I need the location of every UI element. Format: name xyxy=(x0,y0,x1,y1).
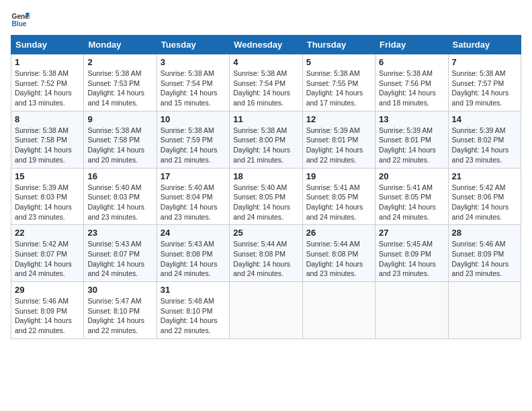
logo: General Blue xyxy=(11,11,30,30)
day-number: 26 xyxy=(306,228,371,238)
calendar-cell: 14Sunrise: 5:39 AMSunset: 8:02 PMDayligh… xyxy=(448,111,521,168)
day-number: 9 xyxy=(87,114,152,124)
day-info: Sunrise: 5:38 AMSunset: 8:00 PMDaylight:… xyxy=(233,126,298,165)
calendar-cell: 12Sunrise: 5:39 AMSunset: 8:01 PMDayligh… xyxy=(302,111,375,168)
day-number: 19 xyxy=(306,171,371,181)
svg-text:Blue: Blue xyxy=(12,20,27,28)
calendar-cell: 31Sunrise: 5:48 AMSunset: 8:10 PMDayligh… xyxy=(157,282,229,339)
day-number: 21 xyxy=(452,171,517,181)
day-number: 29 xyxy=(15,285,80,295)
day-info: Sunrise: 5:41 AMSunset: 8:05 PMDaylight:… xyxy=(379,183,444,222)
day-info: Sunrise: 5:40 AMSunset: 8:05 PMDaylight:… xyxy=(233,183,298,222)
day-number: 31 xyxy=(161,285,226,295)
weekday-header-sunday: Sunday xyxy=(11,36,84,54)
calendar-cell: 29Sunrise: 5:46 AMSunset: 8:09 PMDayligh… xyxy=(11,282,84,339)
day-info: Sunrise: 5:44 AMSunset: 8:08 PMDaylight:… xyxy=(233,239,298,279)
day-info: Sunrise: 5:39 AMSunset: 8:01 PMDaylight:… xyxy=(306,126,371,165)
day-info: Sunrise: 5:39 AMSunset: 8:01 PMDaylight:… xyxy=(379,126,444,165)
day-number: 24 xyxy=(161,228,226,238)
day-number: 10 xyxy=(161,114,226,124)
day-number: 11 xyxy=(233,114,298,124)
calendar-cell: 28Sunrise: 5:46 AMSunset: 8:09 PMDayligh… xyxy=(448,225,521,282)
calendar-cell: 27Sunrise: 5:45 AMSunset: 8:09 PMDayligh… xyxy=(375,225,448,282)
calendar-cell: 25Sunrise: 5:44 AMSunset: 8:08 PMDayligh… xyxy=(230,225,302,282)
day-info: Sunrise: 5:42 AMSunset: 8:07 PMDaylight:… xyxy=(15,239,80,279)
day-info: Sunrise: 5:43 AMSunset: 8:08 PMDaylight:… xyxy=(161,239,226,279)
calendar-cell: 8Sunrise: 5:38 AMSunset: 7:58 PMDaylight… xyxy=(11,111,84,168)
day-number: 7 xyxy=(452,57,517,67)
day-number: 25 xyxy=(233,228,298,238)
calendar-week-row: 1Sunrise: 5:38 AMSunset: 7:52 PMDaylight… xyxy=(11,54,521,111)
day-info: Sunrise: 5:38 AMSunset: 7:52 PMDaylight:… xyxy=(15,68,80,108)
day-number: 28 xyxy=(452,228,517,238)
day-info: Sunrise: 5:38 AMSunset: 7:57 PMDaylight:… xyxy=(452,68,517,108)
day-number: 1 xyxy=(15,57,80,67)
calendar-cell xyxy=(302,282,375,339)
day-number: 3 xyxy=(161,57,226,67)
calendar-header-row: SundayMondayTuesdayWednesdayThursdayFrid… xyxy=(11,36,521,54)
calendar-cell: 24Sunrise: 5:43 AMSunset: 8:08 PMDayligh… xyxy=(157,225,229,282)
calendar-cell: 21Sunrise: 5:42 AMSunset: 8:06 PMDayligh… xyxy=(448,168,521,225)
day-number: 23 xyxy=(87,228,152,238)
day-info: Sunrise: 5:38 AMSunset: 7:54 PMDaylight:… xyxy=(233,68,298,108)
weekday-header-wednesday: Wednesday xyxy=(230,36,302,54)
header: General Blue xyxy=(11,11,521,30)
day-number: 15 xyxy=(15,171,80,181)
day-number: 20 xyxy=(379,171,444,181)
calendar-cell: 13Sunrise: 5:39 AMSunset: 8:01 PMDayligh… xyxy=(375,111,448,168)
day-number: 17 xyxy=(161,171,226,181)
day-info: Sunrise: 5:38 AMSunset: 7:55 PMDaylight:… xyxy=(306,68,371,108)
weekday-header-thursday: Thursday xyxy=(302,36,375,54)
day-number: 12 xyxy=(306,114,371,124)
day-info: Sunrise: 5:43 AMSunset: 8:07 PMDaylight:… xyxy=(87,239,152,279)
calendar-cell: 30Sunrise: 5:47 AMSunset: 8:10 PMDayligh… xyxy=(84,282,157,339)
day-info: Sunrise: 5:48 AMSunset: 8:10 PMDaylight:… xyxy=(161,296,226,336)
calendar-week-row: 8Sunrise: 5:38 AMSunset: 7:58 PMDaylight… xyxy=(11,111,521,168)
day-number: 27 xyxy=(379,228,444,238)
day-info: Sunrise: 5:46 AMSunset: 8:09 PMDaylight:… xyxy=(15,296,80,336)
calendar-cell: 15Sunrise: 5:39 AMSunset: 8:03 PMDayligh… xyxy=(11,168,84,225)
day-number: 2 xyxy=(87,57,152,67)
calendar-week-row: 15Sunrise: 5:39 AMSunset: 8:03 PMDayligh… xyxy=(11,168,521,225)
day-info: Sunrise: 5:44 AMSunset: 8:08 PMDaylight:… xyxy=(306,239,371,279)
calendar-cell: 4Sunrise: 5:38 AMSunset: 7:54 PMDaylight… xyxy=(230,54,302,111)
logo-icon: General Blue xyxy=(11,11,30,30)
calendar-cell: 9Sunrise: 5:38 AMSunset: 7:58 PMDaylight… xyxy=(84,111,157,168)
day-info: Sunrise: 5:38 AMSunset: 7:58 PMDaylight:… xyxy=(87,126,152,165)
day-number: 13 xyxy=(379,114,444,124)
calendar-week-row: 22Sunrise: 5:42 AMSunset: 8:07 PMDayligh… xyxy=(11,225,521,282)
calendar-cell: 16Sunrise: 5:40 AMSunset: 8:03 PMDayligh… xyxy=(84,168,157,225)
calendar-cell xyxy=(448,282,521,339)
calendar-cell: 17Sunrise: 5:40 AMSunset: 8:04 PMDayligh… xyxy=(157,168,229,225)
calendar-cell: 6Sunrise: 5:38 AMSunset: 7:56 PMDaylight… xyxy=(375,54,448,111)
calendar-cell: 3Sunrise: 5:38 AMSunset: 7:54 PMDaylight… xyxy=(157,54,229,111)
day-number: 5 xyxy=(306,57,371,67)
calendar-cell: 7Sunrise: 5:38 AMSunset: 7:57 PMDaylight… xyxy=(448,54,521,111)
calendar-cell xyxy=(230,282,302,339)
day-info: Sunrise: 5:40 AMSunset: 8:03 PMDaylight:… xyxy=(87,183,152,222)
weekday-header-saturday: Saturday xyxy=(448,36,521,54)
day-number: 22 xyxy=(15,228,80,238)
weekday-header-friday: Friday xyxy=(375,36,448,54)
weekday-header-monday: Monday xyxy=(84,36,157,54)
day-info: Sunrise: 5:38 AMSunset: 7:58 PMDaylight:… xyxy=(15,126,80,165)
day-info: Sunrise: 5:38 AMSunset: 7:59 PMDaylight:… xyxy=(161,126,226,165)
day-info: Sunrise: 5:40 AMSunset: 8:04 PMDaylight:… xyxy=(161,183,226,222)
day-info: Sunrise: 5:46 AMSunset: 8:09 PMDaylight:… xyxy=(452,239,517,279)
day-number: 4 xyxy=(233,57,298,67)
day-info: Sunrise: 5:39 AMSunset: 8:02 PMDaylight:… xyxy=(452,126,517,165)
day-number: 16 xyxy=(87,171,152,181)
weekday-header-tuesday: Tuesday xyxy=(157,36,229,54)
day-number: 30 xyxy=(87,285,152,295)
calendar-table: SundayMondayTuesdayWednesdayThursdayFrid… xyxy=(11,35,521,339)
calendar-cell: 5Sunrise: 5:38 AMSunset: 7:55 PMDaylight… xyxy=(302,54,375,111)
calendar-cell: 23Sunrise: 5:43 AMSunset: 8:07 PMDayligh… xyxy=(84,225,157,282)
day-info: Sunrise: 5:41 AMSunset: 8:05 PMDaylight:… xyxy=(306,183,371,222)
calendar-cell: 20Sunrise: 5:41 AMSunset: 8:05 PMDayligh… xyxy=(375,168,448,225)
calendar-cell: 2Sunrise: 5:38 AMSunset: 7:53 PMDaylight… xyxy=(84,54,157,111)
day-number: 18 xyxy=(233,171,298,181)
day-info: Sunrise: 5:45 AMSunset: 8:09 PMDaylight:… xyxy=(379,239,444,279)
day-info: Sunrise: 5:38 AMSunset: 7:56 PMDaylight:… xyxy=(379,68,444,108)
calendar-cell xyxy=(375,282,448,339)
day-info: Sunrise: 5:47 AMSunset: 8:10 PMDaylight:… xyxy=(87,296,152,336)
